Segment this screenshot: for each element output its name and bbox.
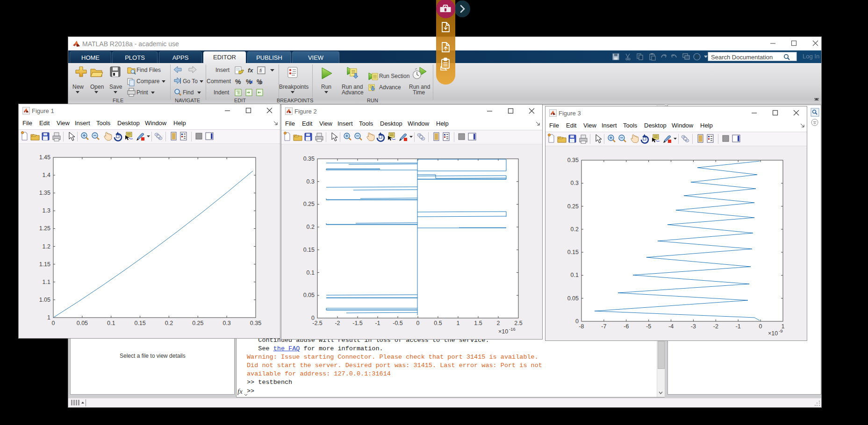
svg-text:?: ? <box>696 54 699 60</box>
svg-text:0.1: 0.1 <box>307 269 315 276</box>
svg-text:2.5: 2.5 <box>514 320 522 326</box>
svg-text:1.5: 1.5 <box>474 320 482 326</box>
svg-text:fi: fi <box>259 68 262 73</box>
svg-text:New: New <box>72 84 84 90</box>
svg-text:RUN: RUN <box>367 98 378 103</box>
svg-text:0.35: 0.35 <box>567 157 579 163</box>
svg-text:EDIT: EDIT <box>234 98 246 103</box>
svg-text:-2: -2 <box>335 320 340 326</box>
svg-text:0: 0 <box>759 323 762 330</box>
svg-text:0.3: 0.3 <box>222 320 230 326</box>
svg-text:0.3: 0.3 <box>571 180 579 186</box>
svg-text:0.05: 0.05 <box>303 292 315 298</box>
svg-text:0.05: 0.05 <box>77 320 88 326</box>
svg-text:0.15: 0.15 <box>134 320 145 326</box>
svg-text:0.2: 0.2 <box>165 320 173 326</box>
svg-text:×10: ×10 <box>498 328 508 335</box>
svg-text:-2: -2 <box>713 323 718 330</box>
svg-text:2: 2 <box>497 320 500 326</box>
svg-text:Comment: Comment <box>207 78 231 85</box>
svg-text:1: 1 <box>457 320 460 326</box>
svg-text:-1.5: -1.5 <box>352 320 363 326</box>
svg-text:0.35: 0.35 <box>250 320 261 326</box>
svg-text:0.25: 0.25 <box>303 201 315 207</box>
svg-text:0.15: 0.15 <box>567 249 579 255</box>
svg-text:-1: -1 <box>736 323 741 330</box>
svg-text:0: 0 <box>416 320 420 326</box>
svg-text:0.25: 0.25 <box>567 203 579 210</box>
svg-text:0.2: 0.2 <box>307 224 315 230</box>
svg-text:%: % <box>257 78 263 85</box>
svg-text:1.4: 1.4 <box>43 172 50 178</box>
svg-text:Print: Print <box>136 89 148 96</box>
svg-text:1: 1 <box>47 314 50 321</box>
svg-text:Time: Time <box>413 89 425 96</box>
svg-text:fx: fx <box>248 67 253 74</box>
svg-text:1.05: 1.05 <box>39 297 50 303</box>
svg-text:Find: Find <box>183 89 194 96</box>
svg-text:Go To: Go To <box>183 78 198 85</box>
svg-text:Compare: Compare <box>136 78 160 85</box>
svg-text:0.2: 0.2 <box>571 226 579 233</box>
svg-text:Breakpoints: Breakpoints <box>279 84 308 90</box>
svg-text:0.25: 0.25 <box>192 320 203 326</box>
svg-text:-9: -9 <box>779 328 782 333</box>
svg-text:0: 0 <box>575 318 579 325</box>
svg-text:-3: -3 <box>691 323 696 330</box>
svg-text:Run: Run <box>321 84 331 90</box>
svg-text:FILE: FILE <box>113 98 123 103</box>
svg-text:BREAKPOINTS: BREAKPOINTS <box>277 98 313 103</box>
svg-text:NAVIGATE: NAVIGATE <box>175 98 200 103</box>
svg-text:Insert: Insert <box>215 67 230 73</box>
svg-text:0.35: 0.35 <box>303 156 315 162</box>
svg-text:-0.5: -0.5 <box>393 320 403 326</box>
svg-text:Save: Save <box>109 84 122 90</box>
svg-text:0.05: 0.05 <box>567 295 579 302</box>
svg-text:1.2: 1.2 <box>43 243 50 250</box>
svg-text:Indent: Indent <box>214 89 230 96</box>
svg-text:0.3: 0.3 <box>307 178 315 185</box>
svg-text:Run Section: Run Section <box>379 73 409 79</box>
svg-text:-5: -5 <box>646 323 651 330</box>
svg-text:1.25: 1.25 <box>39 225 50 232</box>
svg-text:-6: -6 <box>624 323 629 330</box>
svg-text:-1: -1 <box>375 320 380 326</box>
svg-text:0.15: 0.15 <box>303 247 315 253</box>
svg-text:-8: -8 <box>579 323 584 330</box>
svg-text:0.1: 0.1 <box>571 272 579 278</box>
svg-text:0: 0 <box>52 320 55 326</box>
svg-text:0.5: 0.5 <box>434 320 442 326</box>
svg-text:Advance: Advance <box>342 89 364 96</box>
svg-text:1.35: 1.35 <box>39 190 50 196</box>
svg-text:1.15: 1.15 <box>39 261 50 268</box>
svg-text:-16: -16 <box>509 326 516 332</box>
svg-text:Open: Open <box>90 84 104 90</box>
svg-text:%: % <box>235 78 241 85</box>
svg-text:0.1: 0.1 <box>107 320 115 326</box>
svg-text:-4: -4 <box>668 323 674 330</box>
svg-text:1.45: 1.45 <box>39 154 50 161</box>
svg-text:1.3: 1.3 <box>43 207 50 214</box>
svg-text:Find Files: Find Files <box>136 67 161 73</box>
svg-text:×10: ×10 <box>768 330 778 337</box>
svg-text:1.1: 1.1 <box>43 279 50 285</box>
svg-text:-7: -7 <box>601 323 606 330</box>
svg-text:Advance: Advance <box>379 84 401 91</box>
svg-text:0: 0 <box>311 315 315 321</box>
